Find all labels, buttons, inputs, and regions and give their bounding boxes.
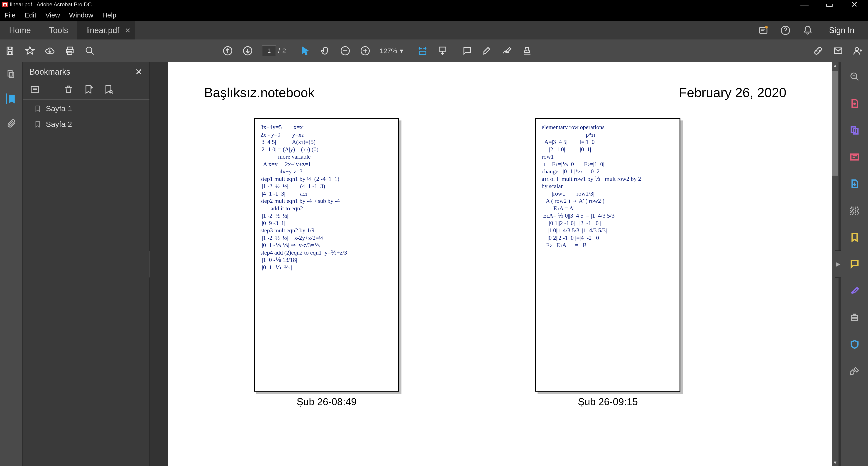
- scroll-thumb[interactable]: [832, 71, 838, 176]
- page-separator: /: [278, 47, 280, 55]
- combine-files-icon[interactable]: [849, 125, 860, 136]
- tab-close-icon[interactable]: ✕: [125, 27, 131, 34]
- svg-rect-21: [851, 207, 854, 210]
- zoom-in-icon[interactable]: [360, 45, 371, 56]
- fit-width-icon[interactable]: [417, 45, 428, 56]
- share-link-icon[interactable]: [813, 45, 824, 56]
- page-number-input[interactable]: [262, 45, 276, 56]
- zoom-dropdown-icon[interactable]: ▾: [400, 47, 403, 55]
- print-icon[interactable]: [64, 45, 75, 56]
- left-nav-rail: [0, 62, 23, 466]
- doc-title-right: February 26, 2020: [679, 85, 786, 100]
- doc-title-left: Başlıksız.notebook: [204, 85, 315, 100]
- attachments-icon[interactable]: [6, 118, 17, 129]
- window-title: linear.pdf - Adobe Acrobat Pro DC: [10, 1, 92, 8]
- note-1-caption: Şub 26-08:49: [297, 396, 356, 407]
- protect-icon[interactable]: [849, 339, 860, 350]
- create-pdf-icon[interactable]: [849, 98, 860, 109]
- edit-pdf-icon[interactable]: [849, 152, 860, 162]
- share-people-icon[interactable]: [852, 45, 864, 56]
- bookmark-label: Sayfa 1: [46, 104, 72, 113]
- more-tools-icon[interactable]: [849, 366, 860, 377]
- star-icon[interactable]: [25, 45, 35, 56]
- organize-pages-icon[interactable]: [849, 205, 860, 216]
- note-1: 3x+4y=5 x=x₁2x - y=0 y=x₂|3 4 5| A(x₁)=(…: [254, 118, 399, 407]
- title-bar: linear.pdf - Adobe Acrobat Pro DC — ▭ ✕: [0, 0, 868, 9]
- svg-rect-22: [855, 207, 858, 210]
- menu-file[interactable]: File: [4, 11, 16, 19]
- menu-help[interactable]: Help: [102, 11, 116, 19]
- svg-point-12: [855, 48, 859, 51]
- tab-home[interactable]: Home: [0, 21, 40, 39]
- acrobat-icon: [2, 2, 8, 7]
- fit-page-icon[interactable]: [437, 45, 448, 56]
- bookmarks-rail-icon[interactable]: [6, 93, 17, 104]
- cloud-upload-icon[interactable]: [44, 45, 55, 56]
- svg-point-5: [86, 47, 92, 53]
- minimize-button[interactable]: —: [798, 0, 811, 9]
- scan-ocr-icon[interactable]: [849, 312, 860, 323]
- svg-rect-23: [851, 212, 854, 214]
- scroll-down-icon[interactable]: ▼: [832, 459, 838, 466]
- page-up-icon[interactable]: [222, 45, 233, 56]
- comment-tool-icon[interactable]: [849, 259, 860, 270]
- selection-arrow-icon[interactable]: [300, 45, 311, 56]
- bookmarks-title: Bookmarks: [30, 67, 70, 77]
- bookmark-item[interactable]: Sayfa 2: [30, 120, 143, 129]
- page-indicator: / 2: [262, 45, 286, 56]
- zoom-out-icon[interactable]: [340, 45, 351, 56]
- menu-bar: File Edit View Window Help: [0, 9, 868, 21]
- thumbnails-icon[interactable]: [6, 69, 17, 80]
- bookmark-find-icon[interactable]: [103, 84, 114, 95]
- search-icon[interactable]: [84, 45, 95, 56]
- right-tools-rail: ▶: [841, 62, 868, 466]
- save-icon[interactable]: [4, 45, 16, 56]
- zoom-tool-icon[interactable]: [849, 71, 860, 82]
- stamp-icon[interactable]: [522, 45, 532, 56]
- bookmark-options-icon[interactable]: [30, 84, 40, 95]
- email-icon[interactable]: [833, 45, 843, 56]
- scroll-up-icon[interactable]: ▲: [832, 62, 838, 69]
- close-window-button[interactable]: ✕: [847, 0, 861, 9]
- document-viewport[interactable]: Başlıksız.notebook February 26, 2020 3x+…: [150, 62, 868, 466]
- page-down-icon[interactable]: [242, 45, 253, 56]
- bookmarks-close-icon[interactable]: ✕: [135, 67, 143, 77]
- tab-tools[interactable]: Tools: [40, 21, 77, 39]
- menu-view[interactable]: View: [45, 11, 60, 19]
- zoom-level[interactable]: 127% ▾: [380, 47, 403, 55]
- panel-collapse-right[interactable]: ▶: [835, 250, 841, 278]
- export-pdf-icon[interactable]: [849, 178, 860, 189]
- bookmark-delete-icon[interactable]: [63, 84, 74, 95]
- bookmark-item[interactable]: Sayfa 1: [30, 104, 143, 113]
- main-area: Bookmarks ✕ Sayfa 1 Sayfa 2 ◀ Başlıksı: [0, 62, 868, 466]
- bookmark-add-icon[interactable]: [83, 84, 94, 95]
- bookmark-label: Sayfa 2: [46, 120, 72, 129]
- tab-tools-label: Tools: [49, 26, 68, 35]
- tab-document[interactable]: linear.pdf ✕: [77, 21, 135, 39]
- comment-icon[interactable]: [462, 45, 473, 56]
- bell-icon[interactable]: [802, 25, 813, 36]
- menu-window[interactable]: Window: [69, 11, 93, 19]
- maximize-button[interactable]: ▭: [823, 0, 836, 9]
- svg-rect-24: [855, 212, 858, 214]
- top-tabs: Home Tools linear.pdf ✕ Sign In: [0, 21, 868, 39]
- send-comments-icon[interactable]: [849, 232, 860, 243]
- highlight-icon[interactable]: [482, 45, 493, 56]
- bookmarks-panel: Bookmarks ✕ Sayfa 1 Sayfa 2 ◀: [23, 62, 150, 466]
- page-total: 2: [282, 47, 286, 55]
- note-2-caption: Şub 26-09:15: [578, 396, 638, 407]
- zoom-value: 127%: [380, 47, 397, 55]
- sign-in-button[interactable]: Sign In: [825, 26, 859, 35]
- pdf-page: Başlıksız.notebook February 26, 2020 3x+…: [168, 62, 832, 466]
- signature-icon[interactable]: [502, 45, 513, 56]
- note-2-content: elementary row operations ρᵃ₁₁ A=|3 4 5|…: [535, 118, 680, 392]
- tab-document-label: linear.pdf: [86, 26, 119, 35]
- help-icon[interactable]: [780, 25, 791, 36]
- svg-rect-10: [439, 47, 446, 51]
- fill-sign-icon[interactable]: [849, 285, 860, 296]
- note-2: elementary row operations ρᵃ₁₁ A=|3 4 5|…: [535, 118, 680, 407]
- hand-tool-icon[interactable]: [320, 45, 331, 56]
- notifications-icon[interactable]: [758, 25, 769, 36]
- menu-edit[interactable]: Edit: [25, 11, 36, 19]
- tab-home-label: Home: [9, 26, 31, 35]
